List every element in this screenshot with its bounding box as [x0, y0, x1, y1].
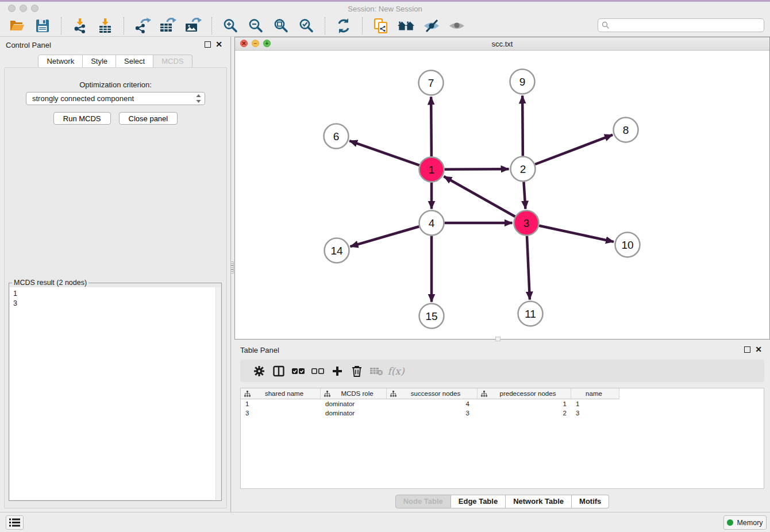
column-header-shared-name[interactable]: shared name — [241, 388, 321, 399]
tab-select[interactable]: Select — [116, 55, 153, 68]
tab-mcds[interactable]: MCDS — [153, 55, 192, 68]
memory-button[interactable]: Memory — [723, 515, 767, 530]
float-panel-icon[interactable] — [205, 41, 211, 48]
tree-icon — [244, 391, 251, 397]
tab-edge-table[interactable]: Edge Table — [451, 495, 506, 508]
zoom-fit-icon[interactable] — [272, 17, 290, 34]
mcds-result-legend: MCDS result (2 nodes) — [12, 279, 88, 287]
open-session-icon[interactable] — [9, 17, 26, 34]
table-panel: Table Panel ✕ f(x) shared nameMCDS role — [234, 343, 770, 511]
import-table-icon[interactable] — [97, 17, 114, 34]
zoom-selected-icon[interactable] — [298, 17, 315, 34]
table-panel-title: Table Panel — [240, 346, 279, 354]
graph-node-label-3: 3 — [523, 217, 530, 229]
table-cell[interactable]: dominator — [321, 408, 387, 418]
function-builder-icon[interactable]: f(x) — [386, 364, 406, 378]
graph-node-label-8: 8 — [623, 124, 629, 136]
graph-edge-3-11[interactable] — [527, 236, 530, 299]
close-table-panel-icon[interactable]: ✕ — [755, 346, 762, 353]
toolbar-separator — [61, 17, 61, 34]
select-all-checks-icon[interactable] — [288, 364, 308, 378]
criterion-select[interactable]: strongly connected component — [26, 92, 205, 105]
apply-layout-icon[interactable] — [335, 17, 352, 34]
graph-edge-2-9[interactable] — [522, 95, 523, 156]
network-canvas-svg[interactable]: 1234678910111415 — [235, 51, 769, 339]
search-input[interactable] — [610, 20, 764, 30]
close-panel-icon[interactable]: ✕ — [215, 41, 222, 48]
graph-edge-2-3[interactable] — [523, 182, 525, 209]
trash-icon[interactable] — [347, 364, 367, 378]
column-header-name[interactable]: name — [571, 388, 619, 399]
table-cell[interactable]: 1 — [241, 399, 321, 408]
clone-network-icon[interactable] — [372, 17, 390, 34]
graph-edge-1-2[interactable] — [444, 169, 509, 169]
close-panel-button[interactable]: Close panel — [119, 112, 178, 125]
run-mcds-button[interactable]: Run MCDS — [53, 112, 111, 125]
save-session-icon[interactable] — [34, 17, 51, 34]
tab-network[interactable]: Network — [38, 55, 83, 68]
table-cell[interactable]: 1 — [571, 399, 619, 408]
table-row[interactable]: 1dominator411 — [241, 399, 764, 408]
column-header-MCDS-role[interactable]: MCDS role — [321, 388, 387, 399]
add-icon[interactable] — [328, 364, 347, 378]
toolbar-separator — [211, 17, 212, 34]
graph-edge-4-14[interactable] — [351, 226, 419, 246]
zoom-out-icon[interactable] — [247, 17, 264, 34]
table-cell[interactable]: 1 — [478, 399, 571, 408]
search-field[interactable] — [598, 18, 764, 32]
table-panel-header: Table Panel ✕ — [234, 343, 770, 357]
export-table-icon[interactable] — [159, 17, 176, 34]
export-image-icon[interactable] — [184, 17, 202, 34]
graph-edge-2-8[interactable] — [535, 135, 613, 164]
table-cell[interactable]: 3 — [241, 408, 321, 418]
list-icon — [9, 518, 20, 527]
mcds-result-text: 1 3 — [13, 289, 17, 309]
graph-edge-3-10[interactable] — [539, 226, 614, 242]
show-column-icon[interactable] — [269, 364, 288, 378]
table-row[interactable]: 3dominator323 — [241, 408, 764, 418]
network-window-titlebar[interactable]: ✕ − + scc.txt — [235, 37, 769, 51]
graph-node-label-11: 11 — [525, 308, 536, 320]
tree-icon — [481, 391, 487, 397]
tab-node-table[interactable]: Node Table — [395, 495, 451, 508]
graph-edge-1-7[interactable] — [431, 97, 432, 156]
task-history-button[interactable] — [6, 515, 24, 530]
table-cell[interactable]: 3 — [387, 408, 478, 418]
graph-node-label-15: 15 — [425, 310, 437, 322]
import-network-icon[interactable] — [71, 17, 88, 34]
table-cell[interactable]: 2 — [478, 408, 571, 418]
table-cell[interactable]: dominator — [321, 399, 387, 408]
graph-edge-1-6[interactable] — [349, 141, 419, 165]
show-all-icon[interactable] — [398, 17, 415, 34]
table-cell[interactable]: 3 — [571, 408, 619, 418]
panel-divider-grip[interactable] — [230, 261, 234, 273]
control-panel-title: Control Panel — [6, 41, 51, 49]
network-resize-grip[interactable] — [495, 337, 500, 341]
deselect-all-checks-icon[interactable] — [308, 364, 328, 378]
hide-selected-icon[interactable] — [423, 17, 440, 34]
toolbar-separator — [325, 17, 325, 34]
graph-edge-3-1[interactable] — [444, 176, 515, 217]
control-panel: Control Panel ✕ NetworkStyleSelectMCDS O… — [0, 37, 231, 512]
show-hidden-icon[interactable] — [448, 17, 465, 34]
mcds-result-area[interactable]: 1 3 — [10, 287, 221, 500]
memory-label: Memory — [737, 519, 763, 527]
tab-style[interactable]: Style — [83, 55, 116, 68]
tab-motifs[interactable]: Motifs — [572, 495, 609, 508]
zoom-in-icon[interactable] — [222, 17, 239, 34]
tab-network-table[interactable]: Network Table — [506, 495, 572, 508]
column-header-predecessor-nodes[interactable]: predecessor nodes — [478, 388, 571, 399]
export-network-icon[interactable] — [134, 17, 151, 34]
column-header-successor-nodes[interactable]: successor nodes — [387, 388, 478, 399]
delete-table-icon[interactable] — [367, 364, 386, 378]
float-table-panel-icon[interactable] — [744, 346, 750, 353]
gear-icon[interactable] — [249, 364, 269, 378]
select-stepper-icon — [196, 94, 201, 103]
tree-icon — [324, 391, 330, 397]
node-table-body: 1dominator4113dominator323 — [241, 399, 764, 418]
mcds-panel: Optimization criterion: strongly connect… — [4, 67, 227, 508]
status-bar: Memory — [0, 512, 770, 532]
result-scrollbar[interactable] — [215, 287, 221, 500]
node-table[interactable]: shared nameMCDS rolesuccessor nodesprede… — [240, 388, 764, 489]
table-cell[interactable]: 4 — [387, 399, 478, 408]
